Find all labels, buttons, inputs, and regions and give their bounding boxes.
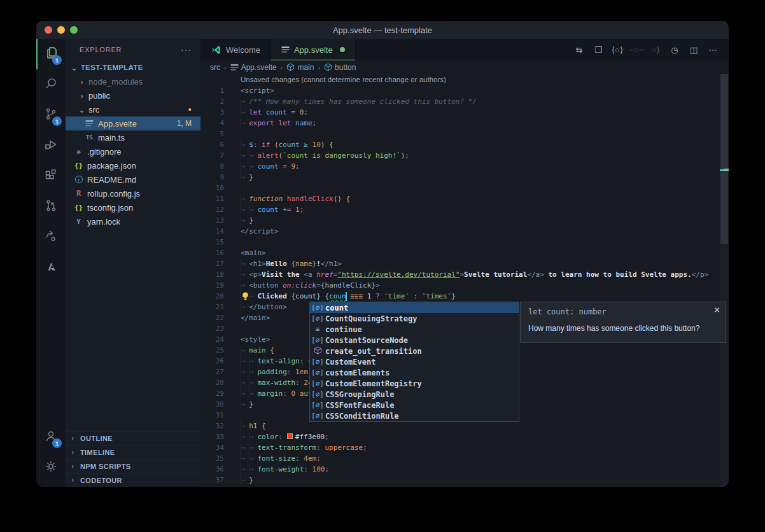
activity-github-pr[interactable] [36, 192, 66, 222]
activity-run-debug[interactable] [36, 130, 66, 161]
workspace-root[interactable]: ⌄TEST-TEMPLATE [66, 60, 200, 74]
suggest-detail-doc: How many times has someone clicked this … [521, 316, 726, 333]
editor-actions: ⇆❐⟨○⟩−○−○⟩◷◫⋯ [570, 39, 729, 60]
minimize-window-button[interactable] [57, 26, 65, 34]
suggest-item-create_out_transition[interactable]: create_out_transition [310, 346, 519, 356]
lightbulb-icon[interactable] [241, 291, 249, 304]
explorer-more-actions-icon[interactable]: ··· [181, 45, 192, 55]
cube-icon [286, 63, 295, 71]
activity-azure[interactable] [36, 253, 66, 283]
suggest-variable-icon: [∅] [310, 379, 325, 388]
suggest-label: count [325, 304, 348, 312]
suggest-label: CountQueuingStrategy [325, 314, 418, 323]
timeline-icon[interactable]: ◷ [665, 45, 684, 55]
breadcrumb-app-svelte[interactable]: App.svelte [230, 63, 277, 72]
suggest-item-count[interactable]: [∅]count [310, 302, 519, 313]
titlebar[interactable]: App.svelte — test-template [36, 21, 729, 39]
badge: 1 [52, 116, 62, 126]
file-label: App.svelte [98, 119, 137, 129]
folder-label: src [88, 105, 99, 115]
line-content: →<h1>Hello {name}!</h1> [241, 258, 342, 269]
suggest-item-continue[interactable]: ≡continue [310, 324, 519, 335]
line-content: →→alert(`count is dangerously high!`); [241, 150, 409, 161]
line-number: 18 [200, 269, 224, 280]
file-label: yarn.lock [87, 217, 120, 227]
section-codetour[interactable]: ›CODETOUR [66, 473, 200, 487]
section-timeline[interactable]: ›TIMELINE [66, 445, 200, 459]
chevron-icon: › [78, 77, 85, 87]
tab-label: Welcome [226, 45, 260, 55]
compare-changes-icon[interactable]: ⇆ [570, 45, 589, 55]
file-row-yarn.lock[interactable]: Yyarn.lock [66, 214, 200, 228]
suggest-variable-icon: [∅] [310, 401, 325, 409]
suggest-label: CustomEvent [325, 358, 375, 367]
file-row-.gitignore[interactable]: ◆.gitignore [66, 144, 200, 158]
suggest-item-CSSConditionRule[interactable]: [∅]CSSConditionRule [310, 410, 519, 421]
folder-row-public[interactable]: ›public [66, 88, 200, 102]
split-editor-icon[interactable]: ◫ [684, 45, 703, 55]
file-row-App.svelte[interactable]: App.svelte1, M [66, 116, 200, 130]
line-content: →→font-weight: 100; [241, 464, 329, 475]
activity-extensions[interactable] [36, 161, 66, 192]
file-row-main.ts[interactable]: TSmain.ts [66, 130, 200, 144]
suggest-module-icon [310, 346, 325, 356]
breadcrumb-src[interactable]: src [210, 63, 220, 72]
suggest-item-CSSFontFaceRule[interactable]: [∅]CSSFontFaceRule [310, 400, 519, 410]
breadcrumb-main[interactable]: main [286, 63, 314, 72]
previous-annotation-icon[interactable]: ⟨○⟩ [608, 45, 627, 55]
file-row-README.md[interactable]: iREADME.md [66, 172, 200, 186]
file-row-package.json[interactable]: {}package.json [66, 158, 200, 172]
previous-change-icon[interactable]: −○− [627, 45, 646, 55]
code-line-15: 15 [200, 237, 729, 248]
line-number: 1 [200, 85, 224, 96]
zoom-window-button[interactable] [70, 26, 78, 34]
line-number: 16 [200, 248, 224, 258]
suggest-item-customElements[interactable]: [∅]customElements [310, 367, 519, 378]
tab-welcome[interactable]: Welcome [200, 39, 271, 60]
next-change-icon[interactable]: ○⟩ [646, 45, 665, 55]
activity-search[interactable] [36, 69, 66, 100]
folder-row-node_modules[interactable]: ›node_modules [66, 74, 200, 88]
activity-accounts[interactable]: 1 [36, 422, 66, 452]
line-content: →$: if (count ≥ 10) { [241, 139, 333, 150]
file-row-tsconfig.json[interactable]: {}tsconfig.json [66, 200, 200, 214]
line-content: →export let name; [241, 118, 316, 129]
activity-settings[interactable] [36, 452, 66, 483]
code-line-13: 13→} [200, 215, 729, 226]
search-icon [43, 76, 59, 94]
svelte-icon [281, 46, 290, 53]
suggest-item-CountQueuingStrategy[interactable]: [∅]CountQueuingStrategy [310, 313, 519, 324]
open-preview-icon[interactable]: ❐ [589, 45, 608, 55]
activity-live-share[interactable] [36, 222, 66, 253]
code-line-32: 32→h1 { [200, 421, 729, 431]
suggest-item-CustomEvent[interactable]: [∅]CustomEvent [310, 356, 519, 367]
code-line-17: 17→<h1>Hello {name}!</h1> [200, 258, 729, 269]
more-actions-icon[interactable]: ⋯ [703, 45, 722, 55]
section-npm-scripts[interactable]: ›NPM SCRIPTS [66, 459, 200, 473]
file-label: main.ts [98, 133, 125, 143]
close-icon[interactable]: × [714, 304, 720, 316]
file-row-rollup.config.js[interactable]: Rrollup.config.js [66, 186, 200, 200]
section-outline[interactable]: ›OUTLINE [66, 431, 200, 445]
breadcrumb-separator: › [317, 64, 321, 71]
folder-row-src[interactable]: ⌄src● [66, 102, 200, 116]
suggest-item-ConstantSourceNode[interactable]: [∅]ConstantSourceNode [310, 335, 519, 346]
close-window-button[interactable] [45, 26, 52, 34]
tab-app-svelte[interactable]: App.svelte [271, 39, 356, 60]
scrollbar-thumb[interactable] [720, 74, 728, 244]
line-content: →→count += 1; [241, 204, 304, 215]
line-content: <script> [241, 85, 274, 96]
suggest-item-CSSGroupingRule[interactable]: [∅]CSSGroupingRule [310, 389, 519, 400]
suggest-label: create_out_transition [325, 347, 422, 356]
breadcrumb-button[interactable]: button [324, 63, 356, 72]
line-number: 34 [200, 442, 224, 453]
info-circle: i [75, 176, 83, 183]
suggest-item-CustomElementRegistry[interactable]: [∅]CustomElementRegistry [310, 378, 519, 389]
chevron-icon: ⌄ [78, 105, 85, 115]
activity-source-control[interactable]: 1 [36, 100, 66, 130]
breadcrumb-label: App.svelte [241, 63, 277, 72]
scrollbar[interactable] [720, 74, 729, 487]
activity-explorer[interactable]: 1 [36, 39, 66, 69]
unsaved-changes-notice: Unsaved changes (cannot determine recent… [241, 74, 729, 85]
code-area[interactable]: Unsaved changes (cannot determine recent… [200, 74, 729, 487]
